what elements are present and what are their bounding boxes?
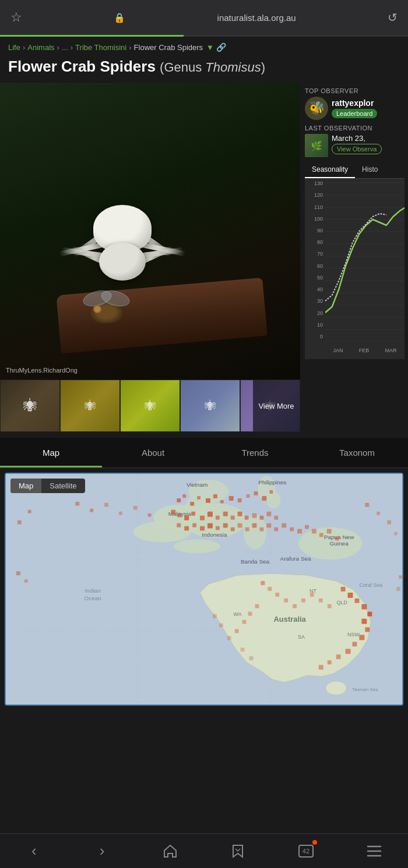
svg-text:Banda Sea: Banda Sea xyxy=(241,558,270,565)
svg-text:Indian: Indian xyxy=(85,587,101,594)
thumbnail-3[interactable]: 🕷 xyxy=(120,380,180,432)
svg-rect-128 xyxy=(319,598,323,603)
svg-rect-66 xyxy=(207,512,213,517)
svg-rect-82 xyxy=(223,523,228,528)
svg-rect-50 xyxy=(190,502,194,506)
svg-rect-92 xyxy=(297,529,302,534)
svg-rect-60 xyxy=(269,490,273,494)
last-obs-thumbnail[interactable]: 🌿 xyxy=(305,134,328,157)
view-observation-badge[interactable]: View Observa xyxy=(332,144,382,154)
svg-rect-104 xyxy=(133,506,138,510)
chart-svg xyxy=(325,179,405,342)
svg-text:WA: WA xyxy=(234,611,242,617)
chart-y-axis: 0 10 20 30 40 50 60 70 80 90 100 110 120… xyxy=(305,179,325,342)
svg-rect-108 xyxy=(341,587,346,591)
svg-rect-85 xyxy=(245,527,249,532)
home-button[interactable] xyxy=(156,837,185,866)
breadcrumb-tribe[interactable]: Tribe Thomisini xyxy=(75,43,126,52)
svg-rect-113 xyxy=(361,619,367,624)
forward-button[interactable]: › xyxy=(87,837,117,866)
svg-rect-64 xyxy=(191,512,195,516)
svg-rect-83 xyxy=(231,527,235,532)
thumbnail-1[interactable]: 🕷 xyxy=(0,380,60,432)
svg-text:SA: SA xyxy=(298,634,305,640)
svg-point-29 xyxy=(326,681,347,695)
svg-rect-58 xyxy=(254,491,258,495)
svg-text:NSW: NSW xyxy=(347,632,360,637)
map-toggle-map[interactable]: Map xyxy=(10,479,41,493)
svg-point-25 xyxy=(133,522,191,543)
svg-rect-136 xyxy=(213,614,217,618)
svg-rect-134 xyxy=(227,636,231,640)
map-toggle-satellite[interactable]: Satellite xyxy=(41,479,85,493)
svg-rect-100 xyxy=(75,502,79,506)
svg-rect-65 xyxy=(200,516,205,520)
svg-rect-133 xyxy=(235,629,239,633)
tab-histo[interactable]: Histo xyxy=(355,162,385,178)
tab-count: 42 xyxy=(298,845,314,858)
main-photo[interactable]: ThruMyLens.RichardOng xyxy=(0,83,300,380)
svg-rect-84 xyxy=(238,523,242,528)
svg-text:Papua New: Papua New xyxy=(324,534,354,540)
top-observer-label: TOP OBSERVER xyxy=(305,87,405,94)
tab-seasonality[interactable]: Seasonality xyxy=(305,162,355,178)
right-sidebar: TOP OBSERVER 🐝 rattyexplor Leaderboard L… xyxy=(300,83,408,432)
star-icon[interactable]: ☆ xyxy=(10,10,22,25)
progress-bar-container xyxy=(0,35,408,37)
tab-map[interactable]: Map xyxy=(0,438,102,467)
svg-rect-74 xyxy=(266,512,271,516)
svg-rect-48 xyxy=(177,498,181,502)
svg-rect-53 xyxy=(213,494,217,498)
svg-rect-139 xyxy=(365,503,369,507)
breadcrumb-life[interactable]: Life xyxy=(8,43,20,52)
menu-button[interactable] xyxy=(360,837,389,866)
view-more-button[interactable]: View More xyxy=(253,380,300,431)
observer-avatar[interactable]: 🐝 xyxy=(305,97,328,120)
tab-about[interactable]: About xyxy=(102,438,204,467)
svg-text:Guinea: Guinea xyxy=(330,540,349,547)
thumbnail-2[interactable]: 🕷 xyxy=(60,380,120,432)
svg-text:Indonesia: Indonesia xyxy=(202,532,227,538)
leaderboard-badge[interactable]: Leaderboard xyxy=(332,109,377,118)
breadcrumb-animals[interactable]: Animals xyxy=(27,43,54,52)
svg-rect-132 xyxy=(242,620,247,624)
url-bar[interactable]: inaturalist.ala.org.au xyxy=(217,13,296,23)
svg-rect-138 xyxy=(249,656,254,660)
thumbnail-4[interactable]: 🕷 xyxy=(180,380,240,432)
reload-icon[interactable]: ↺ xyxy=(388,10,398,24)
svg-rect-114 xyxy=(365,628,370,632)
svg-rect-76 xyxy=(177,523,181,527)
breadcrumb: Life › Animals › ... › Tribe Thomisini ›… xyxy=(0,37,408,54)
svg-rect-125 xyxy=(293,604,297,608)
svg-rect-79 xyxy=(200,526,205,531)
svg-rect-107 xyxy=(24,579,28,583)
top-observer-section: TOP OBSERVER 🐝 rattyexplor Leaderboard xyxy=(305,87,405,120)
svg-rect-49 xyxy=(182,494,186,498)
svg-text:Vietnam: Vietnam xyxy=(187,481,207,488)
svg-rect-140 xyxy=(377,512,380,515)
map-toggle: Map Satellite xyxy=(10,479,85,493)
url-text: inaturalist.ala.org.au xyxy=(217,13,296,23)
svg-rect-137 xyxy=(241,647,245,651)
tab-trends[interactable]: Trends xyxy=(204,438,306,467)
svg-rect-63 xyxy=(184,516,189,520)
svg-rect-54 xyxy=(220,500,224,504)
svg-text:Arafura Sea: Arafura Sea xyxy=(280,555,312,562)
svg-rect-71 xyxy=(245,516,249,520)
svg-rect-80 xyxy=(207,523,213,529)
svg-point-22 xyxy=(266,491,280,509)
tabs-button[interactable]: 42 xyxy=(291,837,321,866)
link-icon[interactable]: 🔗 xyxy=(216,42,226,52)
thumbnail-5[interactable]: 🕷 View More xyxy=(240,380,300,432)
dropdown-icon[interactable]: ▼ xyxy=(206,43,214,52)
bookmark-button[interactable] xyxy=(223,837,252,866)
observer-name[interactable]: rattyexplor xyxy=(332,98,377,108)
map-section[interactable]: Map Satellite Vietnam xyxy=(5,473,403,706)
svg-rect-99 xyxy=(28,510,31,513)
svg-rect-110 xyxy=(354,598,359,603)
tab-taxonomy[interactable]: Taxonom xyxy=(306,438,408,467)
chart-section: Seasonality Histo 0 10 20 30 40 50 60 70… xyxy=(305,162,405,359)
back-button[interactable]: ‹ xyxy=(19,837,48,866)
nav-tabs: Map About Trends Taxonom xyxy=(0,438,408,468)
breadcrumb-current[interactable]: Flower Crab Spiders xyxy=(134,43,203,52)
